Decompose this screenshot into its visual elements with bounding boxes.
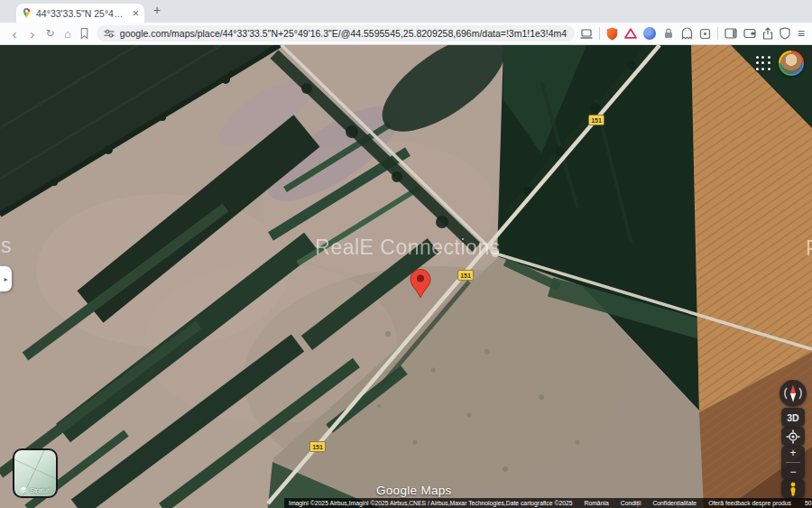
browser-window: 44°33'33.5"N 25°49'16.3"E - × + ‹ › ↻ ⌂ … [0, 0, 812, 508]
separator [599, 27, 600, 40]
avatar-photo [780, 52, 802, 74]
back-icon[interactable]: ‹ [5, 23, 23, 44]
satellite-map[interactable]: RealE Connections ns P 151 151 151 [0, 45, 812, 508]
account-avatar[interactable] [779, 51, 804, 76]
link-terms[interactable]: Condiții [621, 500, 641, 506]
ghost-extension-icon[interactable] [681, 27, 693, 40]
tab-title: 44°33'33.5"N 25°49'16.3"E - [36, 8, 128, 19]
browser-toolbar: ‹ › ↻ ⌂ google.com/maps/place/44°33'33.5… [0, 23, 812, 45]
triangle-extension-icon[interactable] [624, 28, 637, 39]
lock-extension-icon[interactable] [662, 27, 675, 40]
link-privacy[interactable]: Confidențialitate [652, 500, 697, 506]
home-icon[interactable]: ⌂ [59, 23, 77, 44]
box-extension-icon[interactable] [699, 28, 711, 40]
road-badge-151-b[interactable]: 151 [589, 115, 604, 125]
send-to-device-icon[interactable] [580, 29, 593, 39]
my-location-button[interactable] [781, 427, 805, 446]
new-tab-button[interactable]: + [150, 3, 164, 17]
tab-maps[interactable]: 44°33'33.5"N 25°49'16.3"E - × [16, 4, 144, 23]
imagery-credit: Imagini ©2025 Airbus,Imagini ©2025 Airbu… [289, 500, 573, 506]
separator [717, 27, 718, 40]
url-text: google.com/maps/place/44°33'33.5"N+25°49… [120, 28, 567, 39]
side-panel-expand-button[interactable]: ▸ [0, 266, 12, 291]
compass-control[interactable] [780, 380, 807, 407]
map-viewport: RealE Connections ns P 151 151 151 [0, 45, 812, 508]
3d-button[interactable]: 3D [781, 408, 805, 427]
address-bar[interactable]: google.com/maps/place/44°33'33.5"N+25°49… [97, 25, 575, 42]
zoom-in-button[interactable]: + [789, 448, 796, 458]
side-panel-icon[interactable] [724, 28, 737, 39]
road-badge-151-a[interactable]: 151 [458, 271, 474, 281]
menu-icon[interactable]: ≡ [798, 26, 805, 41]
watermark-right-clip: P [806, 236, 812, 260]
shield-extension-icon[interactable] [606, 27, 618, 41]
google-maps-favicon [22, 7, 32, 20]
pegman-button[interactable] [781, 479, 805, 498]
link-feedback[interactable]: Oferă feedback despre produs [708, 500, 791, 506]
attribution-bar: Imagini ©2025 Airbus,Imagini ©2025 Airbu… [284, 498, 812, 508]
privacy-shield-icon[interactable] [780, 27, 790, 40]
tab-close-icon[interactable]: × [133, 8, 139, 19]
toolbar-icons: ≡ [580, 26, 812, 41]
zoom-divider [786, 462, 800, 463]
tab-bar: 44°33'33.5"N 25°49'16.3"E - × + [0, 0, 812, 23]
zoom-control[interactable]: + − [781, 446, 805, 479]
google-maps-logo[interactable]: Google Maps [376, 484, 452, 497]
layers-label: Straturi [30, 487, 51, 494]
svg-text:151: 151 [312, 444, 323, 450]
bookmark-icon[interactable] [77, 27, 93, 40]
share-icon[interactable] [762, 27, 773, 40]
map-scale: 50 m [805, 500, 812, 506]
zoom-out-button[interactable]: − [789, 466, 796, 477]
layers-control[interactable]: Straturi [13, 448, 58, 498]
compass-icon [780, 380, 807, 407]
link-romania[interactable]: România [585, 500, 609, 506]
svg-text:151: 151 [591, 117, 602, 124]
watermark-text: RealE Connections [315, 236, 500, 259]
blue-circle-extension-icon[interactable] [643, 27, 656, 40]
svg-text:151: 151 [460, 272, 471, 279]
site-settings-icon[interactable] [104, 28, 115, 39]
panel-arrow-icon: ▸ [4, 275, 7, 283]
watermark-left-clip: ns [0, 234, 12, 257]
reload-icon[interactable]: ↻ [42, 23, 60, 44]
wallet-icon[interactable] [743, 28, 756, 39]
layers-icon [20, 486, 27, 494]
forward-icon[interactable]: › [23, 23, 42, 44]
scale-label: 50 m [805, 500, 812, 506]
pegman-icon [788, 482, 798, 496]
road-badge-151-c[interactable]: 151 [310, 442, 326, 452]
google-apps-icon[interactable] [756, 56, 771, 71]
my-location-icon [786, 429, 800, 444]
